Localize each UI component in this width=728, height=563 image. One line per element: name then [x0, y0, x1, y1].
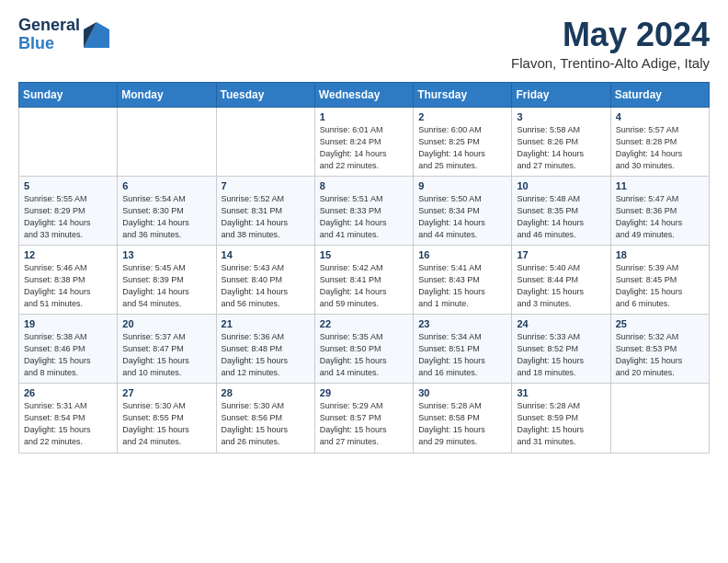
day-number: 18: [616, 249, 704, 260]
day-number: 1: [320, 111, 408, 122]
day-number: 20: [122, 318, 210, 329]
calendar-cell: [118, 107, 216, 176]
day-info: Sunrise: 5:37 AM Sunset: 8:47 PM Dayligh…: [122, 331, 210, 379]
day-info: Sunrise: 5:28 AM Sunset: 8:59 PM Dayligh…: [517, 400, 605, 448]
calendar-week-row: 19Sunrise: 5:38 AM Sunset: 8:46 PM Dayli…: [19, 315, 710, 384]
day-info: Sunrise: 5:42 AM Sunset: 8:41 PM Dayligh…: [320, 262, 408, 310]
day-number: 19: [24, 318, 112, 329]
weekday-header-thursday: Thursday: [414, 82, 512, 107]
calendar-week-row: 26Sunrise: 5:31 AM Sunset: 8:54 PM Dayli…: [19, 384, 710, 453]
calendar-cell: 21Sunrise: 5:36 AM Sunset: 8:48 PM Dayli…: [216, 315, 314, 384]
calendar-week-row: 5Sunrise: 5:55 AM Sunset: 8:29 PM Daylig…: [19, 176, 710, 245]
calendar-cell: [610, 384, 709, 453]
day-info: Sunrise: 5:41 AM Sunset: 8:43 PM Dayligh…: [418, 262, 506, 310]
weekday-header-friday: Friday: [512, 82, 610, 107]
calendar-cell: 19Sunrise: 5:38 AM Sunset: 8:46 PM Dayli…: [19, 315, 118, 384]
weekday-header-monday: Monday: [118, 82, 216, 107]
logo-text: General Blue: [18, 17, 80, 53]
day-info: Sunrise: 5:54 AM Sunset: 8:30 PM Dayligh…: [122, 193, 210, 241]
day-number: 12: [24, 249, 112, 260]
day-info: Sunrise: 5:32 AM Sunset: 8:53 PM Dayligh…: [616, 331, 704, 379]
logo: General Blue: [18, 17, 109, 53]
day-number: 9: [418, 180, 506, 191]
month-title: May 2024: [511, 17, 710, 53]
day-number: 24: [517, 318, 605, 329]
calendar-cell: 3Sunrise: 5:58 AM Sunset: 8:26 PM Daylig…: [512, 107, 610, 176]
day-info: Sunrise: 5:58 AM Sunset: 8:26 PM Dayligh…: [517, 124, 605, 172]
calendar-cell: [216, 107, 314, 176]
calendar-cell: 30Sunrise: 5:28 AM Sunset: 8:58 PM Dayli…: [414, 384, 512, 453]
calendar-cell: 2Sunrise: 6:00 AM Sunset: 8:25 PM Daylig…: [414, 107, 512, 176]
day-info: Sunrise: 5:39 AM Sunset: 8:45 PM Dayligh…: [616, 262, 704, 310]
day-info: Sunrise: 5:50 AM Sunset: 8:34 PM Dayligh…: [418, 193, 506, 241]
day-number: 5: [24, 180, 112, 191]
day-info: Sunrise: 5:35 AM Sunset: 8:50 PM Dayligh…: [320, 331, 408, 379]
day-info: Sunrise: 5:28 AM Sunset: 8:58 PM Dayligh…: [418, 400, 506, 448]
day-number: 10: [517, 180, 605, 191]
calendar-table: SundayMondayTuesdayWednesdayThursdayFrid…: [18, 82, 710, 454]
calendar-cell: 1Sunrise: 6:01 AM Sunset: 8:24 PM Daylig…: [314, 107, 413, 176]
weekday-header-tuesday: Tuesday: [216, 82, 314, 107]
day-info: Sunrise: 5:30 AM Sunset: 8:55 PM Dayligh…: [122, 400, 210, 448]
calendar-cell: 12Sunrise: 5:46 AM Sunset: 8:38 PM Dayli…: [19, 245, 118, 314]
day-number: 27: [122, 387, 210, 398]
calendar-cell: 13Sunrise: 5:45 AM Sunset: 8:39 PM Dayli…: [118, 245, 216, 314]
day-number: 8: [320, 180, 408, 191]
calendar-cell: 18Sunrise: 5:39 AM Sunset: 8:45 PM Dayli…: [610, 245, 709, 314]
day-number: 22: [320, 318, 408, 329]
logo-general: General: [18, 17, 80, 35]
day-info: Sunrise: 5:31 AM Sunset: 8:54 PM Dayligh…: [24, 400, 112, 448]
calendar-cell: 4Sunrise: 5:57 AM Sunset: 8:28 PM Daylig…: [610, 107, 709, 176]
day-info: Sunrise: 5:30 AM Sunset: 8:56 PM Dayligh…: [222, 400, 310, 448]
day-info: Sunrise: 5:45 AM Sunset: 8:39 PM Dayligh…: [122, 262, 210, 310]
day-number: 31: [517, 387, 605, 398]
day-number: 29: [320, 387, 408, 398]
calendar-cell: 9Sunrise: 5:50 AM Sunset: 8:34 PM Daylig…: [414, 176, 512, 245]
day-number: 21: [222, 318, 310, 329]
calendar-cell: 5Sunrise: 5:55 AM Sunset: 8:29 PM Daylig…: [19, 176, 118, 245]
day-number: 7: [222, 180, 310, 191]
day-info: Sunrise: 5:48 AM Sunset: 8:35 PM Dayligh…: [517, 193, 605, 241]
calendar-cell: 24Sunrise: 5:33 AM Sunset: 8:52 PM Dayli…: [512, 315, 610, 384]
weekday-header-wednesday: Wednesday: [314, 82, 413, 107]
weekday-header-row: SundayMondayTuesdayWednesdayThursdayFrid…: [19, 82, 710, 107]
day-number: 6: [122, 180, 210, 191]
location-title: Flavon, Trentino-Alto Adige, Italy: [511, 55, 710, 71]
day-info: Sunrise: 6:01 AM Sunset: 8:24 PM Dayligh…: [320, 124, 408, 172]
day-number: 30: [418, 387, 506, 398]
logo-blue: Blue: [18, 35, 80, 53]
calendar-cell: [19, 107, 118, 176]
calendar-cell: 17Sunrise: 5:40 AM Sunset: 8:44 PM Dayli…: [512, 245, 610, 314]
day-info: Sunrise: 5:38 AM Sunset: 8:46 PM Dayligh…: [24, 331, 112, 379]
calendar-cell: 20Sunrise: 5:37 AM Sunset: 8:47 PM Dayli…: [118, 315, 216, 384]
day-number: 11: [616, 180, 704, 191]
calendar-week-row: 1Sunrise: 6:01 AM Sunset: 8:24 PM Daylig…: [19, 107, 710, 176]
day-number: 13: [122, 249, 210, 260]
logo-icon: [84, 22, 109, 48]
weekday-header-sunday: Sunday: [19, 82, 118, 107]
day-number: 28: [222, 387, 310, 398]
day-number: 15: [320, 249, 408, 260]
header: General Blue May 2024 Flavon, Trentino-A…: [18, 17, 710, 71]
day-number: 25: [616, 318, 704, 329]
calendar-cell: 8Sunrise: 5:51 AM Sunset: 8:33 PM Daylig…: [314, 176, 413, 245]
calendar-cell: 28Sunrise: 5:30 AM Sunset: 8:56 PM Dayli…: [216, 384, 314, 453]
weekday-header-saturday: Saturday: [610, 82, 709, 107]
day-number: 4: [616, 111, 704, 122]
day-info: Sunrise: 5:55 AM Sunset: 8:29 PM Dayligh…: [24, 193, 112, 241]
day-number: 14: [222, 249, 310, 260]
day-info: Sunrise: 5:57 AM Sunset: 8:28 PM Dayligh…: [616, 124, 704, 172]
calendar-cell: 23Sunrise: 5:34 AM Sunset: 8:51 PM Dayli…: [414, 315, 512, 384]
day-info: Sunrise: 5:40 AM Sunset: 8:44 PM Dayligh…: [517, 262, 605, 310]
calendar-cell: 7Sunrise: 5:52 AM Sunset: 8:31 PM Daylig…: [216, 176, 314, 245]
day-info: Sunrise: 5:51 AM Sunset: 8:33 PM Dayligh…: [320, 193, 408, 241]
day-number: 17: [517, 249, 605, 260]
calendar-week-row: 12Sunrise: 5:46 AM Sunset: 8:38 PM Dayli…: [19, 245, 710, 314]
day-info: Sunrise: 5:33 AM Sunset: 8:52 PM Dayligh…: [517, 331, 605, 379]
calendar-cell: 16Sunrise: 5:41 AM Sunset: 8:43 PM Dayli…: [414, 245, 512, 314]
day-number: 26: [24, 387, 112, 398]
day-number: 3: [517, 111, 605, 122]
calendar-cell: 14Sunrise: 5:43 AM Sunset: 8:40 PM Dayli…: [216, 245, 314, 314]
day-info: Sunrise: 5:36 AM Sunset: 8:48 PM Dayligh…: [222, 331, 310, 379]
calendar-cell: 15Sunrise: 5:42 AM Sunset: 8:41 PM Dayli…: [314, 245, 413, 314]
